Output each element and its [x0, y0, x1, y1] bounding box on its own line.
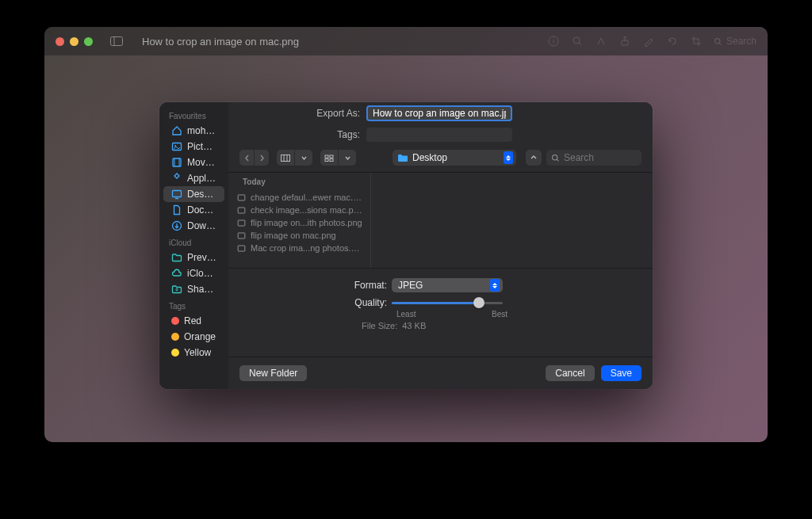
sidebar-item-label: Pictures: [187, 141, 216, 152]
image-file-icon: [236, 218, 246, 227]
icloud-header: iCloud: [159, 234, 228, 250]
close-button[interactable]: [56, 37, 64, 46]
svg-point-4: [573, 37, 580, 44]
search-field[interactable]: [546, 150, 642, 166]
bg-search[interactable]: Search: [714, 36, 756, 47]
file-column: Today change defaul...ewer mac.pngcheck …: [228, 173, 371, 268]
sidebar-item-label: Movies: [187, 157, 216, 168]
view-dropdown-button[interactable]: [295, 150, 312, 166]
sidebar-item-documents[interactable]: Documents: [163, 202, 224, 218]
download-icon: [171, 220, 182, 231]
file-row[interactable]: flip image on...ith photos.png: [228, 216, 370, 229]
svg-point-19: [176, 288, 178, 290]
file-row[interactable]: change defaul...ewer mac.png: [228, 191, 370, 204]
info-icon[interactable]: i: [547, 35, 560, 48]
forward-button[interactable]: [255, 150, 269, 166]
sidebar-tag-yellow[interactable]: Yellow: [163, 345, 224, 361]
format-popup[interactable]: JPEG: [392, 278, 503, 292]
share-icon[interactable]: [619, 35, 631, 48]
slider-thumb[interactable]: [473, 297, 485, 308]
quality-least-label: Least: [396, 310, 416, 319]
sidebar-item-pictures[interactable]: Pictures: [163, 139, 224, 155]
file-row[interactable]: flip image on mac.png: [228, 229, 370, 242]
tag-dot-icon: [171, 349, 179, 357]
file-name: flip image on mac.png: [251, 231, 336, 240]
image-file-icon: [236, 231, 246, 240]
popup-arrows-icon: [490, 279, 500, 292]
zoom-button[interactable]: [84, 37, 93, 46]
sidebar-tag-orange[interactable]: Orange: [163, 329, 224, 345]
sidebar-item-movies[interactable]: Movies: [163, 155, 224, 170]
sidebar-item-applicati-[interactable]: Applicati...: [163, 170, 224, 186]
back-button[interactable]: [239, 150, 254, 166]
new-folder-button[interactable]: New Folder: [239, 365, 307, 381]
file-preview-column: [371, 173, 653, 268]
search-input[interactable]: [564, 152, 637, 163]
sidebar-item-label: Desktop: [187, 189, 216, 200]
window-title: How to crop an image on mac.png: [142, 36, 299, 48]
highlight-icon[interactable]: [595, 35, 607, 48]
sidebar-item-label: Preview: [187, 252, 216, 263]
sidebar-item-label: Documents: [187, 204, 216, 216]
svg-rect-26: [330, 158, 333, 161]
folder-icon: [397, 154, 408, 162]
favourites-header: Favourites: [159, 107, 228, 123]
cancel-button[interactable]: Cancel: [546, 365, 594, 381]
group-button[interactable]: [320, 150, 338, 166]
svg-rect-32: [238, 232, 245, 238]
window-controls: [56, 37, 93, 46]
doc-icon: [171, 204, 182, 216]
export-as-label: Export As:: [239, 108, 360, 119]
svg-rect-23: [325, 155, 328, 158]
magnify-icon[interactable]: [571, 35, 584, 48]
sidebar-item-label: iCloud Dri...: [187, 268, 216, 279]
sidebar-tag-red[interactable]: Red: [163, 313, 224, 329]
sidebar-item-mohamm-[interactable]: mohamm...: [163, 123, 224, 139]
markup-icon[interactable]: [642, 35, 655, 48]
sidebar-item-label: Downloads: [187, 220, 216, 231]
svg-rect-0: [111, 37, 123, 46]
bg-titlebar: How to crop an image on mac.png i Search: [44, 27, 768, 55]
save-button[interactable]: Save: [601, 365, 642, 381]
shared-icon: [171, 284, 182, 295]
crop-icon[interactable]: [690, 35, 703, 48]
svg-rect-24: [330, 155, 333, 158]
rotate-icon[interactable]: [666, 35, 679, 48]
format-value: JPEG: [398, 280, 423, 291]
file-row[interactable]: Mac crop ima...ng photos.png: [228, 242, 370, 254]
location-text: Desktop: [412, 152, 447, 163]
file-group-header: Today: [228, 173, 370, 191]
export-as-input[interactable]: [366, 105, 512, 121]
svg-line-28: [557, 159, 558, 161]
sidebar-item-shared[interactable]: Shared: [163, 281, 224, 297]
export-options: Format: JPEG Quality:: [228, 269, 653, 335]
location-popup[interactable]: Desktop: [393, 150, 516, 166]
format-label: Format:: [239, 280, 392, 291]
app-icon: [171, 173, 182, 184]
quality-slider[interactable]: [392, 296, 503, 310]
tags-header: Tags: [159, 297, 228, 313]
collapse-browser-button[interactable]: [526, 150, 542, 166]
sidebar-item-icloud-dri-[interactable]: iCloud Dri...: [163, 265, 224, 281]
file-name: change defaul...ewer mac.png: [251, 193, 362, 202]
cloud-icon: [171, 268, 182, 279]
sidebar-item-desktop[interactable]: Desktop: [163, 186, 224, 202]
image-file-icon: [236, 205, 246, 215]
sidebar-item-downloads[interactable]: Downloads: [163, 218, 224, 234]
sidebar: Favourites mohamm...PicturesMoviesApplic…: [159, 102, 228, 389]
svg-rect-25: [325, 158, 328, 161]
minimize-button[interactable]: [70, 37, 79, 46]
sidebar-toggle-icon[interactable]: [110, 36, 123, 46]
file-size-label: File Size:: [362, 321, 397, 330]
file-row[interactable]: check image...sions mac.png: [228, 204, 370, 216]
group-dropdown-button[interactable]: [339, 150, 356, 166]
sidebar-item-preview[interactable]: Preview: [163, 250, 224, 265]
svg-text:i: i: [553, 37, 554, 45]
svg-line-9: [719, 43, 721, 44]
view-columns-button[interactable]: [277, 150, 294, 166]
tags-input[interactable]: [366, 128, 512, 142]
export-dialog: Favourites mohamm...PicturesMoviesApplic…: [159, 102, 653, 389]
file-browser: Today change defaul...ewer mac.pngcheck …: [228, 172, 653, 269]
film-icon: [171, 157, 182, 168]
svg-rect-33: [238, 245, 245, 250]
